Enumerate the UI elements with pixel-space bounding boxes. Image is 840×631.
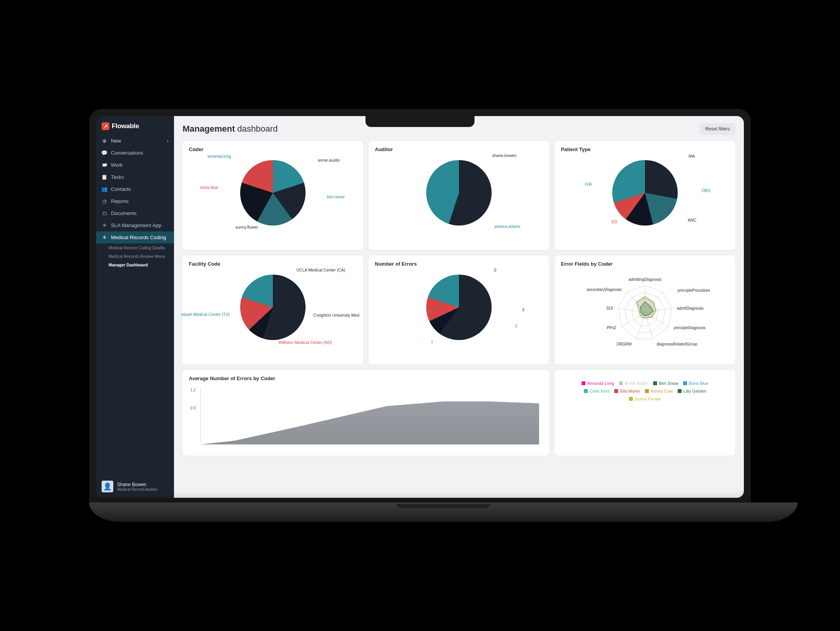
page-title: Management dashboard [183, 124, 278, 134]
legend-label: Lilly Garden [684, 389, 706, 393]
plus-icon: ⊕ [102, 138, 107, 144]
main-content: Management dashboard Reset filters Coder… [174, 116, 744, 498]
card-title: Coder [189, 146, 357, 152]
sidebar: ↗ Flowable ⊕ New › 💬Conversations📨Work📋T… [96, 116, 174, 498]
legend-list: Amanda LongAnnie AustinBen SnowBoris Blu… [561, 375, 729, 407]
screen-bezel: ↗ Flowable ⊕ New › 💬Conversations📨Work📋T… [89, 109, 751, 505]
sidebar-item-documents[interactable]: 🗀Documents [96, 207, 174, 219]
legend-label: Boris Blue [689, 381, 708, 386]
card-error-fields: Error Fields by Coder [555, 256, 735, 365]
legend-item: Ella Martin [614, 389, 640, 393]
pie-label: amanda.long [207, 154, 231, 159]
svg-text:principleProcedure: principleProcedure [678, 288, 710, 293]
legend-swatch [653, 381, 657, 385]
legend-item: Sunny Flower [629, 397, 661, 401]
sidebar-item-reports[interactable]: ◷Reports [96, 195, 174, 207]
sidebar-item-sla-management-app[interactable]: ✳SLA Management App [96, 219, 174, 231]
legend-label: Ben Snow [659, 381, 678, 386]
radar-svg: admittingDiagnosis principleProcedure ad… [579, 268, 711, 354]
svg-text:PPx2: PPx2 [607, 326, 616, 330]
asterisk-icon: ✳ [102, 234, 107, 240]
pie-chart [426, 275, 492, 340]
legend-label: Annie Austin [625, 381, 648, 386]
sidebar-item-medical-records-coding[interactable]: ✳ Medical Records Coding [96, 231, 174, 243]
card-coder: Coder amanda.long annie.austin ben.snow … [183, 141, 363, 250]
nav-icon: 🗀 [102, 210, 107, 216]
legend-label: Sunny Flower [635, 397, 661, 401]
sidebar-item-tasks[interactable]: 📋Tasks [96, 171, 174, 183]
brand-logo-icon: ↗ [102, 122, 109, 130]
app-root: ↗ Flowable ⊕ New › 💬Conversations📨Work📋T… [96, 116, 744, 498]
pie-label: sunny.flower [235, 225, 258, 229]
brand-row[interactable]: ↗ Flowable [96, 116, 174, 135]
legend-item: Kenny Cole [645, 389, 673, 393]
sidebar-subitem[interactable]: Manager Dashboard [96, 261, 174, 269]
nav-label: Conversations [111, 150, 143, 156]
nav-icon: 📨 [102, 162, 107, 168]
pie-label: oseph Medical Center (TX) [181, 312, 230, 317]
radar-chart: admittingDiagnosis principleProcedure ad… [561, 270, 729, 348]
card-title: Patient Type [561, 146, 729, 152]
svg-text:SOI: SOI [606, 306, 613, 310]
y-tick: 1.2 [190, 388, 196, 392]
sidebar-subitem[interactable]: Medical Records Review Mana [96, 252, 174, 261]
card-title: Error Fields by Coder [561, 261, 729, 267]
pie-auditor: shane.bowen jessica.adams [375, 155, 543, 226]
new-button[interactable]: ⊕ New › [96, 135, 174, 147]
user-name: Shane Bowen [117, 482, 157, 487]
nav-label: Work [111, 162, 123, 168]
sidebar-item-conversations[interactable]: 💬Conversations [96, 147, 174, 159]
legend-item: Ben Snow [653, 381, 678, 386]
card-title: Auditor [375, 146, 543, 152]
legend-label: Kenny Cole [651, 389, 673, 393]
pie-label: 0 [494, 268, 496, 272]
new-label: New [111, 138, 121, 144]
svg-text:admitDiagnosis: admitDiagnosis [677, 306, 703, 310]
legend-swatch [683, 381, 687, 385]
legend-item: Lilly Garden [678, 389, 706, 393]
pie-label: OBS [702, 188, 710, 193]
svg-text:secondaryDiagnosis: secondaryDiagnosis [587, 287, 622, 292]
pie-chart [612, 160, 678, 226]
card-title: Facility Code [189, 261, 357, 267]
sidebar-item-contacts[interactable]: 👥Contacts [96, 183, 174, 195]
y-tick: 0.9 [190, 406, 196, 410]
legend-swatch [645, 389, 649, 393]
pie-label: 1 [431, 339, 433, 344]
nav-icon: ✳ [102, 222, 107, 228]
legend-item: Amanda Long [582, 381, 614, 386]
user-profile[interactable]: 👤 Shane Bowen Medical Record Auditor [96, 475, 174, 498]
pie-label: ANC [688, 218, 696, 222]
svg-text:principleDiagnosis: principleDiagnosis [674, 326, 705, 330]
pie-patient: IPA OBS ANC ED IVR [561, 155, 729, 226]
pie-label: IPA [689, 154, 695, 159]
brand-name: Flowable [112, 122, 139, 130]
reset-filters-button[interactable]: Reset filters [700, 123, 735, 135]
legend-item: Boris Blue [683, 381, 708, 386]
nav-label: SLA Management App [111, 222, 161, 228]
pie-chart [240, 275, 306, 340]
sidebar-subitem[interactable]: Medical Record Coding Quality [96, 243, 174, 252]
sidebar-item-work[interactable]: 📨Work [96, 159, 174, 171]
nav-icon: ◷ [102, 198, 107, 204]
sidebar-active-label: Medical Records Coding [111, 234, 166, 240]
card-legend: Amanda LongAnnie AustinBen SnowBoris Blu… [555, 370, 735, 456]
pie-label: ben.snow [327, 194, 344, 199]
svg-text:admittingDiagnosis: admittingDiagnosis [629, 277, 662, 282]
svg-text:diagnosisRelatedGroup: diagnosisRelatedGroup [657, 342, 698, 346]
pie-label: Creighton University Med [313, 313, 359, 317]
nav-label: Documents [111, 210, 137, 216]
chevron-right-icon: › [167, 138, 169, 144]
pie-label: shane.bowen [492, 153, 517, 158]
notch [366, 116, 474, 127]
card-avg-errors: Average Number of Errors by Coder 1.2 0.… [183, 370, 549, 456]
legend-swatch [614, 389, 618, 393]
pie-label: annie.austin [318, 158, 340, 162]
nav-label: Contacts [111, 186, 131, 192]
screen: ↗ Flowable ⊕ New › 💬Conversations📨Work📋T… [96, 116, 744, 498]
pie-label: UCLA Medical Center (CA) [297, 268, 345, 272]
legend-swatch [629, 397, 633, 401]
avatar: 👤 [102, 481, 113, 492]
legend-swatch [619, 381, 623, 385]
nav-label: Tasks [111, 174, 124, 180]
